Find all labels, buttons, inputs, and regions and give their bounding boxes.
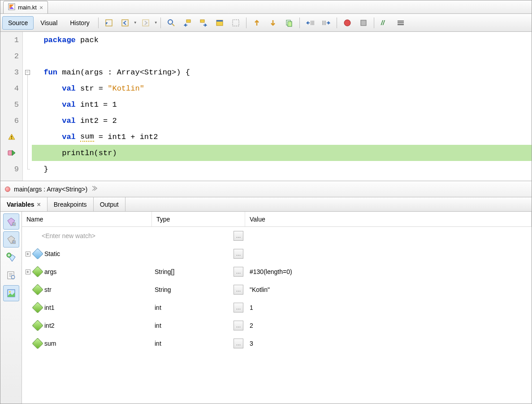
variable-row[interactable]: int1int…1 <box>22 299 532 317</box>
ellipsis-button[interactable]: … <box>234 267 243 277</box>
toolbar-separator <box>246 17 247 28</box>
toggle-highlight-button[interactable] <box>228 16 243 30</box>
tab-breakpoints[interactable]: Breakpoints <box>48 197 94 211</box>
new-watch-button[interactable] <box>3 249 19 265</box>
var-name: int1 <box>44 304 55 311</box>
col-value[interactable]: Value <box>245 212 532 226</box>
shift-left-icon <box>306 18 315 27</box>
svg-point-34 <box>9 291 11 293</box>
variable-row[interactable]: +argsString[]…#130(length=0) <box>22 263 532 281</box>
shift-up-button[interactable] <box>249 16 264 30</box>
code-line[interactable]: package pack <box>32 32 532 48</box>
file-tab-main[interactable]: main.kt × <box>3 1 48 13</box>
prev-bookmark-button[interactable] <box>180 16 195 30</box>
filter-button[interactable] <box>3 285 19 301</box>
code-line[interactable]: val int2 = 2 <box>32 113 532 129</box>
fold-toggle[interactable]: − <box>25 70 30 75</box>
breadcrumb-label[interactable]: main(args : Array<String>) <box>14 186 87 193</box>
code-line[interactable] <box>32 48 532 64</box>
svg-point-4 <box>168 20 173 24</box>
var-name: Static <box>44 250 60 257</box>
shift-down-button[interactable] <box>265 16 281 30</box>
show-watches-button[interactable] <box>3 213 19 230</box>
chevron-right-icon[interactable] <box>91 185 97 193</box>
debug-panel: Variables× Breakpoints Output Name Type … <box>0 197 532 404</box>
line-number[interactable]: 5 <box>0 96 22 113</box>
shift-left-button[interactable] <box>303 16 318 30</box>
dropdown-icon[interactable]: ▼ <box>134 21 137 25</box>
ellipsis-button[interactable]: … <box>234 321 243 330</box>
variable-row[interactable]: int2int…2 <box>22 317 532 334</box>
ellipsis-button[interactable]: … <box>234 249 243 259</box>
tab-output[interactable]: Output <box>94 197 125 211</box>
current-execution-icon[interactable] <box>0 145 22 161</box>
code-editor[interactable]: 1 2 3 4 5 6 9 − package pack fun main(ar… <box>0 32 532 181</box>
var-value: 1 <box>245 304 532 311</box>
local-var-icon <box>32 338 43 349</box>
show-evaluated-button[interactable] <box>3 231 19 248</box>
expand-toggle[interactable]: + <box>26 252 30 256</box>
record-macro-button[interactable] <box>340 16 355 30</box>
line-number[interactable]: 1 <box>0 32 22 48</box>
record-icon <box>343 18 352 27</box>
back-button[interactable] <box>117 16 133 30</box>
breadcrumb-bar: main(args : Array<String>) <box>0 181 532 197</box>
toggle-bookmark-button[interactable] <box>212 16 227 30</box>
ellipsis-button[interactable]: … <box>234 303 243 313</box>
toolbar-separator <box>374 17 374 28</box>
svg-rect-2 <box>122 20 128 26</box>
code-line[interactable]: println(str) <box>32 145 532 161</box>
line-number[interactable]: 4 <box>0 80 22 96</box>
line-number[interactable]: 3 <box>0 64 22 80</box>
var-type: String[] <box>152 268 232 275</box>
comment-icon: // <box>380 18 389 27</box>
var-name: int2 <box>44 322 55 329</box>
gem-grey-icon <box>6 235 16 244</box>
close-icon[interactable]: × <box>39 4 43 11</box>
shift-right-button[interactable] <box>319 16 334 30</box>
comment-button[interactable]: // <box>377 16 392 30</box>
code-line[interactable]: val sum = int1 + int2 <box>32 129 532 145</box>
tab-source[interactable]: Source <box>2 16 34 30</box>
variable-row[interactable]: strString…"Kotlin" <box>22 281 532 299</box>
close-icon[interactable]: × <box>37 201 41 208</box>
tab-visual[interactable]: Visual <box>35 16 63 30</box>
svg-rect-12 <box>288 22 292 26</box>
stop-macro-button[interactable] <box>356 16 371 30</box>
toolbar-separator <box>337 17 337 28</box>
line-number[interactable]: 9 <box>0 161 22 177</box>
settings-button[interactable] <box>3 267 19 283</box>
last-edit-button[interactable] <box>101 16 117 30</box>
next-bookmark-button[interactable] <box>196 16 211 30</box>
code-line[interactable]: } <box>32 161 532 177</box>
dropdown-icon[interactable]: ▼ <box>154 21 158 25</box>
search-icon <box>167 18 176 27</box>
ellipsis-button[interactable]: … <box>234 285 243 295</box>
col-type[interactable]: Type <box>152 212 245 226</box>
settings-doc-icon <box>6 270 16 280</box>
copy-button[interactable] <box>281 16 297 30</box>
variable-row[interactable]: +Static… <box>22 245 532 263</box>
variable-row[interactable]: sumint…3 <box>22 334 532 352</box>
find-button[interactable] <box>164 16 179 30</box>
code-body[interactable]: package pack fun main(args : Array<Strin… <box>32 32 532 181</box>
col-name[interactable]: Name <box>22 212 152 226</box>
watch-input-row[interactable]: <Enter new watch> … <box>22 227 532 245</box>
code-line[interactable]: fun main(args : Array<String>) { <box>32 64 532 80</box>
warning-gutter-icon[interactable] <box>0 129 22 145</box>
code-line[interactable]: val str = "Kotlin" <box>32 80 532 96</box>
ellipsis-button[interactable]: … <box>234 231 243 241</box>
svg-rect-20 <box>361 20 366 26</box>
line-number[interactable]: 2 <box>0 48 22 64</box>
line-gutter: 1 2 3 4 5 6 9 <box>0 32 23 181</box>
expand-toggle[interactable]: + <box>26 269 30 274</box>
uncomment-button[interactable] <box>393 16 408 30</box>
code-line[interactable]: val int1 = 1 <box>32 96 532 113</box>
ellipsis-button[interactable]: … <box>234 339 243 348</box>
uncomment-icon <box>396 18 405 27</box>
tab-history[interactable]: History <box>64 16 95 30</box>
local-var-icon <box>32 266 43 277</box>
tab-variables[interactable]: Variables× <box>0 197 48 211</box>
forward-button[interactable] <box>138 16 153 30</box>
line-number[interactable]: 6 <box>0 113 22 129</box>
